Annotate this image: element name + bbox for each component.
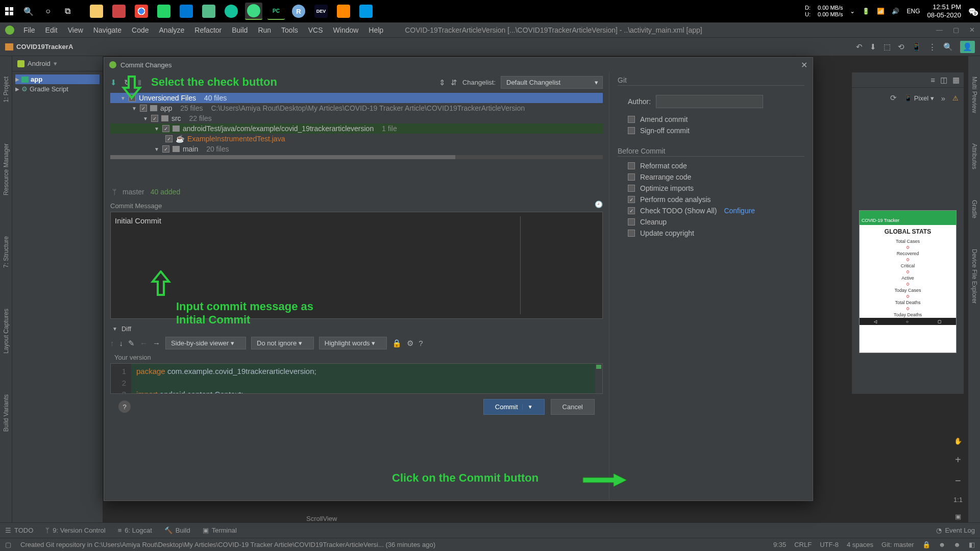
rstudio-app-icon[interactable]: R xyxy=(290,3,307,20)
collapse-icon[interactable]: ⇵ xyxy=(451,78,457,87)
pycharm-app-icon[interactable]: PC xyxy=(267,3,285,20)
lock-icon[interactable]: 🔒 xyxy=(392,339,402,348)
expand-icon[interactable]: ⇕ xyxy=(439,78,446,87)
cleanup-checkbox[interactable] xyxy=(628,218,635,226)
changelist-select[interactable]: Default Changelist ▾ xyxy=(501,76,603,89)
wifi-icon[interactable]: 📶 xyxy=(877,8,885,15)
task-view-icon[interactable]: ⧉ xyxy=(62,6,72,16)
preview-design-icon[interactable]: ▦ xyxy=(952,76,960,85)
vlc-app-icon[interactable] xyxy=(335,3,352,20)
gutter-layout-captures[interactable]: Layout Captures xyxy=(3,309,10,354)
edit-icon[interactable]: ✎ xyxy=(128,339,135,348)
status-lock-icon[interactable]: 🔒 xyxy=(922,541,930,548)
preview-list-icon[interactable]: ≡ xyxy=(930,76,935,84)
cancel-button[interactable]: Cancel xyxy=(551,399,595,415)
pan-icon[interactable]: ✋ xyxy=(954,437,962,445)
menu-tools[interactable]: Tools xyxy=(277,24,302,36)
warning-icon[interactable]: ⚠ xyxy=(952,94,959,102)
checkbox[interactable] xyxy=(140,105,147,112)
zoom-in-icon[interactable]: + xyxy=(955,454,961,466)
checkbox[interactable] xyxy=(151,115,158,122)
configure-link[interactable]: Configure xyxy=(724,207,755,215)
status-cursor[interactable]: 9:35 xyxy=(773,541,786,548)
close-icon[interactable]: ✕ xyxy=(801,60,807,70)
reformat-checkbox[interactable] xyxy=(628,162,635,169)
menu-view[interactable]: View xyxy=(64,24,87,36)
menu-refactor[interactable]: Refactor xyxy=(190,24,226,36)
close-window-icon[interactable]: ✕ xyxy=(969,26,975,34)
grammarly-app-icon[interactable] xyxy=(223,3,240,20)
explorer-app-icon[interactable] xyxy=(88,3,105,20)
notification-icon[interactable]: 💬9 xyxy=(968,8,976,15)
whatsapp-app-icon[interactable] xyxy=(155,3,173,20)
diff-ignore-select[interactable]: Do not ignore ▾ xyxy=(251,337,314,349)
menu-build[interactable]: Build xyxy=(228,24,252,36)
tab-event-log[interactable]: ◔ Event Log xyxy=(936,527,975,534)
signoff-checkbox[interactable] xyxy=(628,127,635,134)
zoom-out-icon[interactable]: − xyxy=(955,475,961,487)
gutter-build-variants[interactable]: Build Variants xyxy=(3,394,10,432)
author-input[interactable] xyxy=(656,95,763,108)
menu-code[interactable]: Code xyxy=(128,24,153,36)
tree-file-row[interactable]: ☕ ExampleInstrumentedTest.java xyxy=(110,134,603,144)
tree-src-row[interactable]: ▼ src 22 files xyxy=(110,113,603,123)
more-preview-icon[interactable]: » xyxy=(941,94,945,103)
tab-logcat[interactable]: ≡ 6: Logcat xyxy=(118,527,152,534)
commit-message-input[interactable]: Initial Commit xyxy=(110,212,603,319)
tray-chevron-icon[interactable]: ⌄ xyxy=(850,8,855,15)
status-toggle-icon[interactable]: ▢ xyxy=(5,541,11,548)
next-change-icon[interactable]: ↓ xyxy=(119,339,124,347)
prev-file-icon[interactable]: ← xyxy=(140,339,148,347)
diff-code-viewer[interactable]: 123 package com.example.covid_19trackera… xyxy=(110,363,603,394)
tree-app-node[interactable]: ▶ app xyxy=(15,74,100,84)
gutter-gradle[interactable]: Gradle xyxy=(971,200,978,218)
status-git-branch[interactable]: Git: master xyxy=(881,541,914,548)
tree-scrollbar[interactable] xyxy=(110,155,603,159)
status-encoding[interactable]: UTF-8 xyxy=(820,541,839,548)
checkbox[interactable] xyxy=(162,145,169,153)
menu-analyze[interactable]: Analyze xyxy=(155,24,189,36)
status-face2-icon[interactable]: ☻ xyxy=(953,541,961,548)
next-file-icon[interactable]: → xyxy=(153,339,160,347)
status-face-icon[interactable]: ☻ xyxy=(939,541,946,548)
rotate-icon[interactable]: ⟳ xyxy=(890,93,897,103)
commit-button[interactable]: Commit ▼ xyxy=(483,399,545,415)
sync-icon[interactable]: ⟲ xyxy=(898,42,904,52)
status-mem-icon[interactable]: ◧ xyxy=(969,541,975,548)
gear-icon[interactable]: ⚙ xyxy=(407,339,413,348)
start-icon[interactable] xyxy=(4,6,14,16)
search-icon[interactable]: 🔍 xyxy=(23,6,34,16)
copyright-checkbox[interactable] xyxy=(628,230,635,237)
optimize-checkbox[interactable] xyxy=(628,185,635,192)
gutter-attributes[interactable]: Attributes xyxy=(971,143,978,169)
diff-highlight-select[interactable]: Highlight words ▾ xyxy=(319,337,387,349)
search-toolbar-icon[interactable]: 🔍 xyxy=(943,42,953,52)
gutter-device-file-explorer[interactable]: Device File Explorer xyxy=(971,249,978,304)
diff-toggle[interactable]: ▼ xyxy=(112,326,117,332)
rearrange-checkbox[interactable] xyxy=(628,173,635,181)
dev-app-icon[interactable]: DEV xyxy=(312,3,330,20)
chrome-app-icon[interactable] xyxy=(133,3,150,20)
phone-app-icon[interactable] xyxy=(178,3,195,20)
tab-todo[interactable]: ☰ TODO xyxy=(5,527,33,534)
checkbox[interactable] xyxy=(162,125,169,132)
menu-edit[interactable]: Edit xyxy=(41,24,62,36)
help-diff-icon[interactable]: ? xyxy=(419,339,423,347)
breadcrumb-project[interactable]: COVID19TrackerA xyxy=(16,43,73,51)
tree-main-row[interactable]: ▼ main 20 files xyxy=(110,144,603,154)
android-studio-app-icon[interactable] xyxy=(245,3,262,20)
gutter-multi-preview[interactable]: Multi Preview xyxy=(971,77,978,113)
history-icon[interactable]: 🕘 xyxy=(595,201,603,208)
checkbox[interactable] xyxy=(165,135,173,142)
help-button[interactable]: ? xyxy=(118,400,131,413)
gutter-resource-manager[interactable]: Resource Manager xyxy=(3,143,10,195)
tree-gradle-node[interactable]: ▶⚙ Gradle Script xyxy=(15,84,100,94)
lang-indicator[interactable]: ENG xyxy=(906,8,920,15)
undo-icon[interactable]: ↶ xyxy=(856,42,863,52)
gutter-structure[interactable]: 7: Structure xyxy=(3,236,10,268)
gutter-project[interactable]: 1: Project xyxy=(3,77,10,103)
commit-dropdown-icon[interactable]: ▼ xyxy=(522,404,533,410)
minimize-icon[interactable]: — xyxy=(936,26,943,34)
tab-build[interactable]: 🔨 Build xyxy=(164,527,190,534)
vcs-icon[interactable]: ⬇ xyxy=(870,42,876,52)
